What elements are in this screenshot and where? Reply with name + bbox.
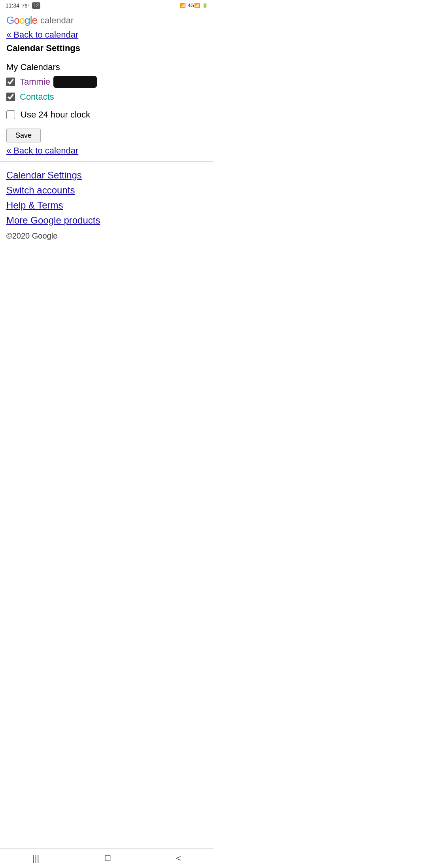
hour-clock-label: Use 24 hour clock	[21, 110, 90, 120]
footer-links: Calendar Settings Switch accounts Help &…	[0, 166, 214, 230]
status-temp: 76°	[22, 3, 30, 9]
contacts-checkbox[interactable]	[6, 93, 15, 101]
calendar-logo-text: calendar	[40, 15, 74, 26]
contacts-label: Contacts	[20, 92, 54, 102]
logo-area: Google calendar	[0, 10, 214, 28]
footer-copyright: ©2020 Google	[0, 230, 214, 244]
hour-clock-checkbox[interactable]	[6, 110, 15, 119]
footer-calendar-settings-link[interactable]: Calendar Settings	[6, 168, 207, 182]
contacts-calendar-item: Contacts	[0, 90, 214, 104]
save-button[interactable]: Save	[6, 129, 41, 142]
tammie-calendar-item: Tammie	[0, 74, 214, 90]
redacted-email	[53, 76, 97, 88]
section-divider	[0, 161, 214, 162]
wifi-icon: 📶	[180, 3, 186, 8]
page-title: Calendar Settings	[0, 42, 214, 58]
google-logo: Google	[6, 14, 37, 27]
footer-help-terms-link[interactable]: Help & Terms	[6, 198, 207, 212]
back-to-calendar-top[interactable]: « Back to calendar	[0, 28, 214, 42]
hour-clock-row: Use 24 hour clock	[0, 104, 214, 125]
status-right: 📶 4G📶 🔋	[180, 3, 208, 8]
save-btn-area: Save	[0, 125, 214, 144]
status-calendar-badge: 12	[32, 2, 40, 9]
tammie-label: Tammie	[20, 76, 97, 88]
footer-more-products-link[interactable]: More Google products	[6, 213, 207, 227]
status-bar: 11:34 76° 12 📶 4G📶 🔋	[0, 0, 214, 10]
back-to-calendar-bottom[interactable]: « Back to calendar	[0, 144, 214, 157]
footer-switch-accounts-link[interactable]: Switch accounts	[6, 183, 207, 197]
signal-icon: 4G📶	[188, 3, 200, 8]
status-time: 11:34	[6, 2, 19, 9]
tammie-checkbox[interactable]	[6, 78, 15, 86]
battery-icon: 🔋	[202, 3, 208, 8]
my-calendars-label: My Calendars	[0, 58, 214, 74]
status-left: 11:34 76° 12	[6, 2, 40, 9]
